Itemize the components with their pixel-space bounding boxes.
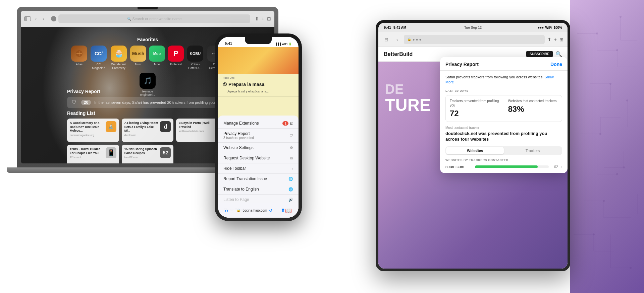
iphone-status-icons: ▐▐▐ WiFi 🔋	[275, 43, 292, 46]
betterbuild-text-overlay: DE TURE	[385, 82, 431, 114]
site-row[interactable]: sourn.com 62 ›	[445, 164, 562, 169]
menu-report-translation[interactable]: Report Translation Issue 🌐	[218, 174, 299, 184]
lock-icon: 🔒	[236, 209, 240, 212]
reload-button[interactable]: ↺	[269, 208, 272, 213]
url-text: cocina-higo.com	[243, 209, 267, 212]
ipad-back-button[interactable]: ‹	[393, 35, 401, 44]
svg-point-8	[626, 99, 628, 101]
share-button[interactable]: ⬆	[255, 16, 259, 21]
fav-item-mush[interactable]: Mush Must	[130, 46, 146, 70]
sidebar-button-left	[24, 17, 27, 21]
hide-toolbar-right: ↑	[291, 166, 293, 170]
fav-icon-mush: Mush	[130, 46, 146, 62]
request-desktop-right: 🖥	[289, 156, 293, 160]
betterbuild-search-icon[interactable]: 🔍	[555, 51, 562, 57]
fav-label-moo: Moo	[154, 63, 160, 66]
ipad-plus-button[interactable]: +	[554, 37, 557, 42]
reading-list-title: Reading List	[67, 111, 228, 116]
scene: ‹ › 🔍 Search or enter website name ⬆ + ⊞	[0, 0, 644, 293]
menu-item-row-privacy: Privacy Report 3 trackers prevented	[223, 131, 254, 140]
menu-privacy-report[interactable]: Privacy Report 3 trackers prevented 🛡	[218, 129, 299, 143]
fav-item-moo[interactable]: Moo Moo	[149, 46, 165, 70]
translate-english-right: 🌐	[288, 187, 293, 192]
listen-page-right: 🔊	[288, 198, 293, 202]
menu-manage-extensions[interactable]: Manage Extensions 1 ⬕	[218, 118, 299, 129]
most-contacted-label: Most contacted tracker	[445, 126, 562, 130]
trackers-stat-label: Trackers prevented from profiling you	[450, 99, 500, 107]
privacy-modal-done-button[interactable]: Done	[550, 62, 562, 67]
subscribe-button[interactable]: SUBSCRIBE	[526, 51, 553, 57]
ipad-date-center: Tue Sep 12	[464, 26, 482, 29]
tab-websites[interactable]: Websites	[446, 147, 504, 154]
nav-buttons: ‹ ›	[33, 16, 46, 22]
new-tab-button[interactable]: +	[262, 16, 264, 21]
fav-icon-pinterest: P	[168, 46, 184, 62]
forward-button[interactable]: ›	[40, 16, 46, 22]
ipad-share-button[interactable]: ⬆	[547, 37, 551, 42]
article-step: ① Prepara la masa	[223, 80, 294, 87]
share-button-iphone[interactable]: ⬆	[281, 207, 285, 214]
ipad-sidebar-button[interactable]: ⊟	[382, 35, 390, 44]
fav-item-atlas[interactable]: Atlas	[71, 46, 87, 70]
reading-item-4[interactable]: 12hrs - Travel Guides For People Like Yo…	[67, 145, 119, 163]
fav-item-pinterest[interactable]: P Pinterest	[168, 46, 184, 70]
website-settings-label: Website Settings	[223, 145, 254, 150]
tabs-button[interactable]: ⊞	[267, 16, 271, 21]
hide-toolbar-label: Hide Toolbar	[223, 166, 246, 171]
reading-list-grid: A Good Memory or a Bad One? One Brain Mo…	[67, 119, 228, 163]
betterbuild-text-de: DE	[385, 82, 431, 97]
fav-icon-teenage: 🎵	[140, 73, 156, 89]
chevron-right-icon: ›	[561, 164, 562, 169]
privacy-report-section: Privacy Report 🛡 20 In the last seven da…	[67, 89, 228, 108]
website-settings-icon: ⚙	[290, 146, 293, 150]
reading-item-2-text: A Floating Living Room Sets a Family's L…	[124, 121, 158, 137]
menu-translate-english[interactable]: Translate to English 🌐	[218, 184, 299, 195]
article-body: Agrega la sal y el azúcar a la...	[223, 88, 294, 95]
sidebar-button[interactable]	[24, 16, 31, 21]
ipad-address-bar[interactable]: 🔒 ● ● ●	[404, 35, 545, 44]
reading-item-1-thumb: 🔬	[106, 121, 116, 132]
hide-toolbar-icon: ↑	[291, 166, 293, 170]
fav-icon-atlas	[71, 46, 87, 62]
reading-item-5[interactable]: 15 Not-Boring Spinach Salad Recipes food…	[122, 145, 174, 163]
privacy-report-bar[interactable]: 🛡 20 In the last seven days, Safari has …	[67, 97, 228, 108]
bookmarks-button-iphone[interactable]: 📖	[285, 207, 292, 214]
most-contacted-text: doubleclick.net was prevented from profi…	[445, 131, 562, 142]
svg-point-0	[596, 32, 598, 34]
fav-item-kobu[interactable]: KOBU Kobu - Hotels &...	[186, 46, 204, 70]
reading-item-2[interactable]: A Floating Living Room Sets a Family's L…	[122, 119, 174, 142]
reading-list-section: Reading List A Good Memory or a Bad One?…	[67, 111, 228, 163]
fav-item-cc[interactable]: CC/ CC Magazine	[90, 46, 107, 70]
reading-item-1-domain: quantamagazine.org	[70, 134, 104, 137]
step-prefix: ①	[223, 82, 228, 87]
fav-label-mush: Must	[135, 63, 142, 66]
address-bar-text: Search or enter website name	[132, 17, 182, 21]
svg-point-6	[593, 233, 595, 235]
svg-point-9	[616, 173, 618, 175]
fav-item-wanderlust[interactable]: 🧁 Wanderlust Creamery	[110, 46, 127, 70]
listen-page-label: Listen to Page	[223, 197, 249, 202]
reading-item-4-domain: 12hrs.net	[70, 156, 104, 159]
tab-trackers[interactable]: Trackers	[504, 147, 561, 154]
ipad-address-text: ● ● ●	[413, 38, 421, 42]
back-button[interactable]: ‹	[33, 16, 39, 22]
menu-website-settings[interactable]: Website Settings ⚙	[218, 143, 299, 153]
privacy-report-title: Privacy Report	[67, 89, 228, 94]
signal-icon: ▐▐▐	[275, 43, 281, 46]
reading-item-1[interactable]: A Good Memory or a Bad One? One Brain Mo…	[67, 119, 119, 142]
fav-icon-kobu: KOBU	[187, 46, 203, 62]
reading-item-5-title: 15 Not-Boring Spinach Salad Recipes	[124, 147, 158, 155]
svg-point-10	[630, 267, 632, 269]
svg-point-2	[609, 83, 611, 85]
step-title: Prepara la masa	[228, 82, 264, 87]
privacy-tabs: Websites Trackers	[445, 146, 562, 155]
ipad: 9:41 9:41 AM Tue Sep 12 ●●● WiFi 100% ⊟	[376, 20, 570, 271]
menu-hide-toolbar[interactable]: Hide Toolbar ↑	[218, 163, 299, 174]
address-bar[interactable]: 🔍 Search or enter website name	[58, 14, 250, 23]
ipad-screen: 9:41 9:41 AM Tue Sep 12 ●●● WiFi 100% ⊟	[378, 23, 568, 269]
extensions-icon: ⬕	[290, 121, 293, 126]
menu-request-desktop[interactable]: Request Desktop Website 🖥	[218, 153, 299, 163]
fav-label-cc: CC Magazine	[90, 63, 107, 70]
betterbuild-logo: BetterBuild	[384, 51, 413, 57]
ipad-tabs-button[interactable]: ⊞	[559, 37, 564, 42]
